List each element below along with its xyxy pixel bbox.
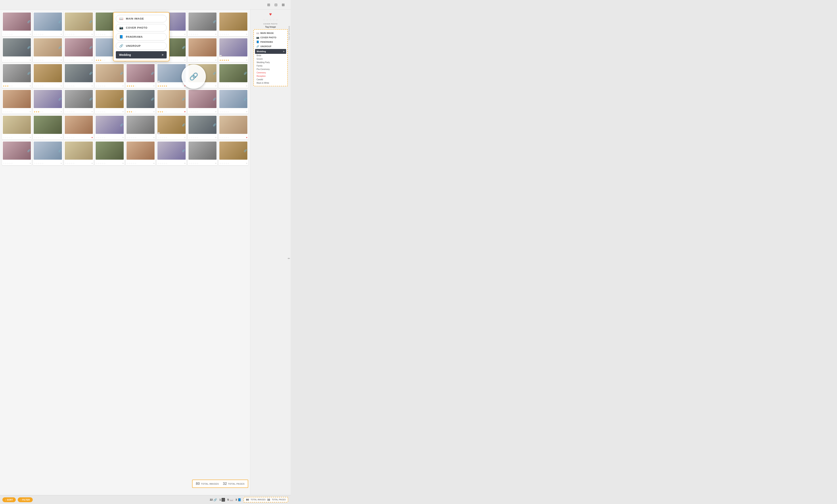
star-37-2[interactable]: ☆ [130, 136, 132, 139]
stars-12[interactable]: ★★★☆☆ [96, 59, 106, 61]
star-29-0[interactable]: ★ [126, 111, 128, 113]
star-19-1[interactable]: ☆ [67, 85, 69, 87]
star-25-0[interactable]: ☆ [3, 111, 5, 113]
subtag-family[interactable]: Family [255, 64, 286, 68]
star-47-3[interactable]: ☆ [195, 162, 196, 165]
photo-cell-27[interactable]: 🔗☆☆☆☆☆♥ [64, 89, 94, 114]
star-46-4[interactable]: ☆ [165, 162, 167, 165]
star-15-2[interactable]: ☆ [193, 59, 194, 61]
filter-button[interactable]: ‹ FILTER [18, 497, 33, 502]
heart-42[interactable]: ♥ [60, 162, 62, 165]
photo-cell-24[interactable]: 🔗☆☆☆☆☆♥ [218, 63, 248, 88]
star-17-2[interactable]: ★ [7, 85, 9, 87]
subtag-candid[interactable]: Candid [255, 78, 286, 81]
stars-42[interactable]: ☆☆☆☆☆ [34, 162, 43, 165]
star-42-2[interactable]: ☆ [38, 162, 39, 165]
photo-cell-45[interactable]: ☆☆☆☆☆♥ [126, 141, 155, 165]
star-34-3[interactable]: ☆ [40, 136, 41, 139]
stars-22[interactable]: ★★★★★ [157, 85, 167, 87]
star-17-3[interactable]: ☆ [9, 85, 11, 87]
photo-cell-18[interactable]: ☆☆☆☆☆♥ [33, 63, 63, 88]
star-44-2[interactable]: ☆ [100, 162, 102, 165]
link-icon-27[interactable]: 🔗 [89, 97, 92, 100]
star-28-1[interactable]: ☆ [98, 111, 100, 113]
stars-47[interactable]: ☆☆☆☆☆ [189, 162, 198, 165]
star-33-4[interactable]: ☆ [11, 136, 13, 139]
heart-16[interactable]: ♥ [246, 59, 247, 61]
subtag-ceremony[interactable]: Ceremony [255, 71, 286, 74]
link-icon-2[interactable]: 🔗 [58, 20, 61, 23]
star-24-0[interactable]: ☆ [219, 85, 221, 87]
star-30-2[interactable]: ★ [161, 111, 163, 113]
link-icon-28[interactable]: 🔗 [120, 97, 123, 100]
star-1-0[interactable]: ☆ [3, 33, 5, 36]
star-21-1[interactable]: ★ [128, 85, 130, 87]
star-4-1[interactable]: ☆ [98, 33, 100, 36]
star-4-3[interactable]: ☆ [102, 33, 104, 36]
photo-cell-38[interactable]: 🔗📖☆☆☆☆☆♥ [157, 115, 186, 139]
link-icon-20[interactable]: 🔗 [120, 72, 123, 75]
heart-36[interactable]: ♥ [122, 136, 124, 139]
stars-21[interactable]: ★★★★☆ [126, 85, 137, 87]
sidebar-wedding-row[interactable]: Wedding > [255, 49, 286, 54]
star-36-2[interactable]: ☆ [100, 136, 102, 139]
star-48-1[interactable]: ☆ [221, 162, 223, 165]
star-44-0[interactable]: ☆ [96, 162, 97, 165]
link-icon-17[interactable]: 🔗 [27, 72, 31, 75]
star-18-4[interactable]: ☆ [42, 85, 43, 87]
link-icon-26[interactable]: 🔗 [58, 97, 61, 100]
link-icon-14[interactable]: 🔗 [182, 46, 185, 49]
stars-40[interactable]: ☆☆☆☆☆ [219, 136, 229, 139]
heart-41[interactable]: ♥ [30, 162, 31, 165]
star-4-0[interactable]: ☆ [96, 33, 97, 36]
star-12-1[interactable]: ★ [98, 59, 100, 61]
star-43-3[interactable]: ☆ [71, 162, 73, 165]
link-icon-19[interactable]: 🔗 [89, 72, 92, 75]
star-18-1[interactable]: ☆ [36, 85, 37, 87]
star-41-2[interactable]: ☆ [7, 162, 9, 165]
star-39-4[interactable]: ☆ [197, 136, 198, 139]
star-1-2[interactable]: ☆ [7, 33, 9, 36]
photo-cell-21[interactable]: 🔗★★★★☆♥ [126, 63, 155, 88]
star-34-2[interactable]: ☆ [38, 136, 39, 139]
star-33-2[interactable]: ☆ [7, 136, 9, 139]
star-28-3[interactable]: ☆ [102, 111, 104, 113]
sidebar-cover-photo[interactable]: 📷 COVER PHOTO [255, 35, 286, 40]
photo-cell-30[interactable]: 🔗★★★☆☆♥ [157, 89, 186, 114]
star-20-1[interactable]: ☆ [98, 85, 100, 87]
photo-cell-2[interactable]: 🔗☆☆☆☆☆♥ [33, 12, 63, 36]
photo-cell-42[interactable]: 🔗☆☆☆☆☆♥ [33, 141, 63, 165]
split-view-icon[interactable]: ⊟ [274, 3, 280, 7]
stars-38[interactable]: ☆☆☆☆☆ [157, 136, 167, 139]
sidebar-star-3[interactable]: ☆ [269, 18, 272, 21]
heart-8[interactable]: ♥ [246, 33, 247, 36]
star-2-3[interactable]: ☆ [40, 33, 41, 36]
link-icon-1[interactable]: 🔗 [27, 20, 31, 23]
heart-25[interactable]: ♥ [30, 111, 31, 113]
star-42-4[interactable]: ☆ [42, 162, 43, 165]
link-icon-21[interactable]: 🔗 [151, 72, 154, 75]
star-35-3[interactable]: ☆ [71, 136, 73, 139]
heart-34[interactable]: ♥ [60, 136, 62, 139]
star-19-4[interactable]: ☆ [73, 85, 75, 87]
photo-cell-39[interactable]: 🔗☆☆☆☆☆♥ [188, 115, 217, 139]
popup-panorama[interactable]: 📘 PANORAMA [116, 33, 167, 40]
star-22-1[interactable]: ★ [159, 85, 161, 87]
star-34-0[interactable]: ☆ [34, 136, 36, 139]
star-38-4[interactable]: ☆ [165, 136, 167, 139]
star-12-2[interactable]: ★ [100, 59, 102, 61]
heart-7[interactable]: ♥ [215, 33, 216, 36]
star-28-2[interactable]: ☆ [100, 111, 102, 113]
star-8-2[interactable]: ☆ [224, 33, 225, 36]
stars-27[interactable]: ☆☆☆☆☆ [65, 111, 75, 113]
star-2-0[interactable]: ☆ [34, 33, 36, 36]
heart-23[interactable]: ♥ [215, 85, 216, 87]
star-46-0[interactable]: ☆ [157, 162, 159, 165]
heart-20[interactable]: ♥ [122, 85, 124, 87]
star-4-2[interactable]: ☆ [100, 33, 102, 36]
heart-38[interactable]: ♥ [184, 136, 185, 139]
star-36-3[interactable]: ☆ [102, 136, 104, 139]
star-31-3[interactable]: ☆ [195, 111, 196, 113]
star-36-0[interactable]: ☆ [96, 136, 97, 139]
heart-17[interactable]: ♥ [30, 85, 31, 87]
